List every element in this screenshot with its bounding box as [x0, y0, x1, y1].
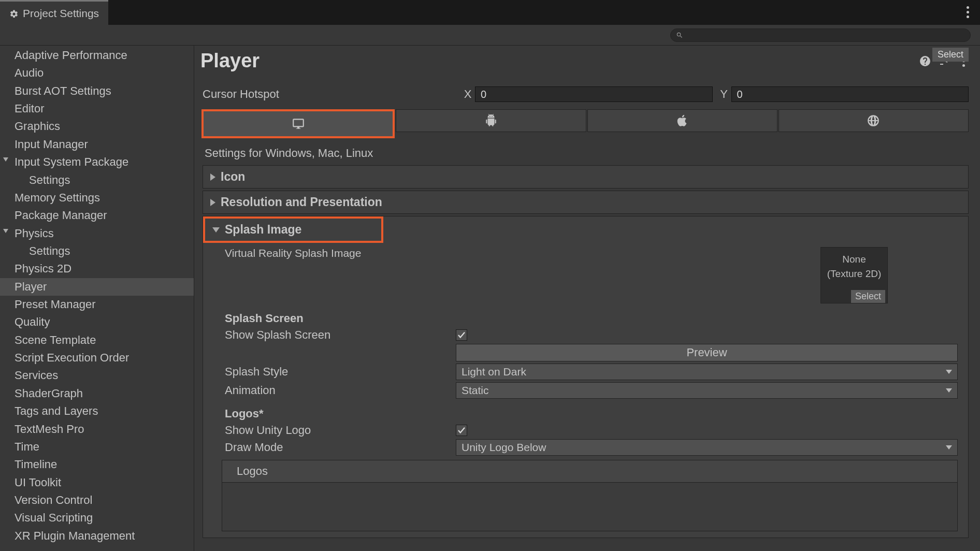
page-title: Player: [200, 50, 260, 72]
sidebar-item-xr-plugin-management[interactable]: XR Plugin Management: [0, 527, 194, 545]
sidebar-item-preset-manager[interactable]: Preset Manager: [0, 296, 194, 313]
check-icon: [457, 426, 466, 435]
sidebar-item-label: Player: [15, 280, 47, 293]
sidebar-item-label: Memory Settings: [15, 191, 100, 204]
sidebar-item-label: Quality: [15, 315, 50, 328]
draw-mode-dropdown[interactable]: Unity Logo Below: [456, 439, 958, 456]
search-input[interactable]: [670, 28, 971, 42]
check-icon: [457, 330, 466, 340]
animation-label: Animation: [225, 384, 456, 397]
sidebar-item-burst-aot-settings[interactable]: Burst AOT Settings: [0, 82, 194, 100]
sidebar-item-version-control[interactable]: Version Control: [0, 491, 194, 509]
apple-icon: [675, 114, 689, 127]
sidebar-item-time[interactable]: Time: [0, 438, 194, 456]
x-label: X: [460, 88, 475, 101]
chevron-down-icon: [3, 229, 8, 233]
show-unity-logo-checkbox[interactable]: [456, 425, 467, 436]
sidebar-item-timeline[interactable]: Timeline: [0, 456, 194, 473]
sidebar-item-textmesh-pro[interactable]: TextMesh Pro: [0, 421, 194, 438]
foldout-splash-header[interactable]: Splash Image: [205, 219, 381, 241]
platform-tabs: [201, 109, 969, 138]
logos-list-area[interactable]: [222, 483, 958, 531]
draw-mode-value: Unity Logo Below: [462, 441, 546, 454]
splash-style-dropdown[interactable]: Light on Dark: [456, 364, 958, 380]
sidebar-item-label: Time: [15, 440, 39, 453]
tab-title: Project Settings: [23, 7, 99, 20]
chevron-right-icon: [210, 199, 215, 206]
sidebar-item-audio[interactable]: Audio: [0, 64, 194, 82]
animation-dropdown[interactable]: Static: [456, 382, 958, 399]
sidebar-item-visual-scripting[interactable]: Visual Scripting: [0, 509, 194, 527]
sidebar-item-ui-toolkit[interactable]: UI Toolkit: [0, 474, 194, 491]
preview-button[interactable]: Preview: [456, 344, 958, 361]
sidebar-item-tags-and-layers[interactable]: Tags and Layers: [0, 402, 194, 420]
sidebar-item-label: Adaptive Performance: [15, 49, 127, 62]
cursor-hotspot-label: Cursor Hotspot: [203, 88, 460, 101]
sidebar-item-editor[interactable]: Editor: [0, 100, 194, 118]
chevron-down-icon: [946, 445, 952, 450]
sidebar-item-adaptive-performance[interactable]: Adaptive Performance: [0, 47, 194, 64]
sidebar-item-graphics[interactable]: Graphics: [0, 118, 194, 135]
sidebar-item-label: Timeline: [15, 458, 57, 471]
foldout-icon-title: Icon: [221, 170, 245, 184]
sidebar-item-settings[interactable]: Settings: [0, 171, 194, 189]
sidebar-item-label: Version Control: [15, 494, 92, 506]
window-menu-button[interactable]: [962, 6, 973, 18]
web-icon: [867, 114, 880, 127]
chevron-down-icon: [3, 157, 8, 162]
cursor-hotspot-y-input[interactable]: [731, 86, 969, 102]
sidebar-item-label: Graphics: [15, 120, 60, 133]
chevron-right-icon: [210, 173, 215, 181]
window-tab-bar: Project Settings: [0, 0, 980, 25]
sidebar-item-input-manager[interactable]: Input Manager: [0, 136, 194, 153]
platform-tab-desktop[interactable]: [201, 109, 395, 138]
show-unity-logo-label: Show Unity Logo: [225, 424, 456, 437]
sidebar-item-player[interactable]: Player: [0, 278, 194, 296]
platform-tab-webgl[interactable]: [779, 109, 969, 132]
draw-mode-label: Draw Mode: [225, 441, 456, 454]
select-chip[interactable]: Select: [932, 48, 969, 62]
sidebar-item-physics-2d[interactable]: Physics 2D: [0, 260, 194, 278]
sidebar-item-label: Scene Template: [15, 334, 96, 346]
sidebar-item-services[interactable]: Services: [0, 367, 194, 384]
vr-splash-texture-picker[interactable]: None (Texture 2D) Select: [820, 247, 888, 303]
sidebar-item-package-manager[interactable]: Package Manager: [0, 207, 194, 224]
splash-screen-title: Splash Screen: [225, 312, 958, 325]
texture-none-label: None: [842, 254, 866, 265]
chevron-down-icon: [946, 370, 952, 374]
cursor-hotspot-row: Cursor Hotspot X Y: [203, 86, 969, 102]
settings-content: Select Player Cursor Hotspot X Y: [194, 46, 980, 551]
platform-tab-android[interactable]: [396, 109, 586, 132]
sidebar-item-memory-settings[interactable]: Memory Settings: [0, 189, 194, 207]
chevron-down-icon: [212, 227, 220, 233]
foldout-icon[interactable]: Icon: [203, 165, 969, 189]
logos-list-header[interactable]: Logos: [222, 460, 958, 483]
sidebar-item-script-execution-order[interactable]: Script Execution Order: [0, 349, 194, 367]
foldout-splash-title: Splash Image: [225, 223, 301, 237]
texture-select-button[interactable]: Select: [851, 290, 885, 303]
sidebar-item-label: Services: [15, 369, 58, 382]
show-splash-label: Show Splash Screen: [225, 328, 456, 342]
search-row: [0, 25, 980, 46]
help-icon[interactable]: [919, 55, 931, 67]
project-settings-tab[interactable]: Project Settings: [0, 0, 108, 25]
foldout-resolution[interactable]: Resolution and Presentation: [203, 191, 969, 214]
foldout-resolution-title: Resolution and Presentation: [221, 195, 382, 209]
sidebar-item-input-system-package[interactable]: Input System Package: [0, 153, 194, 171]
platform-tab-ios[interactable]: [587, 109, 777, 132]
texture-type-label: (Texture 2D): [827, 268, 882, 280]
sidebar-item-physics[interactable]: Physics: [0, 225, 194, 242]
sidebar-item-label: UI Toolkit: [15, 476, 61, 489]
y-label: Y: [717, 88, 731, 101]
sidebar-item-label: Visual Scripting: [15, 511, 93, 524]
sidebar-item-scene-template[interactable]: Scene Template: [0, 331, 194, 349]
sidebar-item-shadergraph[interactable]: ShaderGraph: [0, 385, 194, 402]
sidebar-item-settings[interactable]: Settings: [0, 242, 194, 260]
settings-sidebar[interactable]: Adaptive PerformanceAudioBurst AOT Setti…: [0, 46, 194, 551]
show-splash-checkbox[interactable]: [456, 329, 467, 341]
cursor-hotspot-x-input[interactable]: [475, 86, 713, 102]
sidebar-item-label: Input System Package: [15, 155, 128, 168]
sidebar-item-quality[interactable]: Quality: [0, 313, 194, 331]
desktop-icon: [292, 117, 305, 130]
foldout-splash-image: Splash Image Virtual Reality Splash Imag…: [203, 216, 969, 538]
